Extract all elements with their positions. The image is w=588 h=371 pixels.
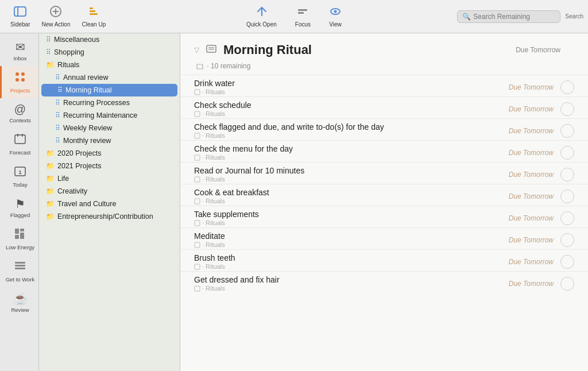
content-header: ▽ Morning Ritual Due Tomorrow [180, 33, 588, 62]
sidebar-item-creativity[interactable]: 📁 Creativity [39, 185, 180, 198]
task-project: · Rituals [202, 154, 225, 161]
sidebar-label-morning-ritual: Morning Ritual [65, 86, 172, 94]
task-row[interactable]: Brush teeth · Rituals Due Tomorrow [180, 249, 588, 271]
task-due-label: Due Tomorrow [509, 149, 554, 157]
sidebar-item-morning-ritual[interactable]: ⠿ Morning Ritual [41, 84, 177, 96]
sidebar-item-rituals[interactable]: 📁 Rituals [39, 59, 180, 71]
task-complete-circle[interactable] [560, 233, 574, 247]
task-sub: · Rituals [194, 198, 509, 204]
task-row[interactable]: Get dressed and fix hair · Rituals Due T… [180, 271, 588, 293]
nav-item-review[interactable]: ☕ Review [0, 287, 38, 318]
sidebar-item-annual-review[interactable]: ⠿ Annual review [39, 71, 180, 84]
task-row[interactable]: Take supplements · Rituals Due Tomorrow [180, 206, 588, 227]
folder-icon: 📁 [46, 187, 55, 195]
sidebar-item-travel-culture[interactable]: 📁 Travel and Culture [39, 198, 180, 210]
nav-item-contexts[interactable]: @ Contexts [0, 98, 38, 128]
today-icon: 1 [14, 165, 26, 180]
task-title: Meditate [194, 231, 509, 241]
sidebar-label-recurring-maintenance: Recurring Maintenance [63, 111, 174, 119]
sidebar-label-shopping: Shopping [54, 48, 174, 56]
clean-up-button[interactable]: Clean Up [76, 3, 112, 30]
sidebar-item-shopping[interactable]: ⠿ Shopping [39, 46, 180, 59]
task-complete-circle[interactable] [560, 190, 574, 203]
nav-item-inbox[interactable]: ✉ Inbox [0, 36, 38, 66]
svg-rect-23 [15, 235, 19, 239]
sidebar-item-recurring-maintenance[interactable]: ⠿ Recurring Maintenance [39, 109, 180, 122]
task-complete-circle[interactable] [560, 80, 574, 94]
toolbar: Sidebar New Action Clean Up Quick Open [0, 0, 588, 33]
sidebar-item-monthly-review[interactable]: ⠿ Monthly review [39, 134, 180, 147]
task-sub: · Rituals [194, 154, 509, 161]
task-row[interactable]: Read or Journal for 10 minutes · Rituals… [180, 162, 588, 184]
svg-rect-39 [195, 242, 200, 248]
folder-icon: 📁 [46, 149, 55, 157]
svg-rect-32 [195, 90, 200, 95]
low-energy-label: Low Energy [6, 244, 34, 250]
sidebar-item-2021-projects[interactable]: 📁 2021 Projects [39, 160, 180, 172]
inbox-icon: ✉ [16, 40, 25, 54]
task-row[interactable]: Drink water · Rituals Due Tomorrow [180, 75, 588, 96]
nav-item-flagged[interactable]: ⚑ Flagged [0, 192, 38, 223]
parallel-icon: ⠿ [55, 124, 60, 132]
sidebar-label-recurring-processes: Recurring Processes [63, 99, 174, 107]
new-action-button[interactable]: New Action [36, 3, 76, 30]
sidebar-item-miscellaneous[interactable]: ⠿ Miscellaneous [39, 33, 180, 46]
task-note-icon [194, 133, 200, 139]
sidebar-button[interactable]: Sidebar [5, 3, 36, 30]
icon-sidebar: ✉ Inbox Projects @ Contexts Forecast 1 T… [0, 33, 39, 371]
nav-item-forecast[interactable]: Forecast [0, 128, 38, 160]
sidebar-item-entrepreneurship[interactable]: 📁 Entrepreneurship/Contribution [39, 210, 180, 223]
task-row[interactable]: Check the menu for the day · Rituals Due… [180, 140, 588, 162]
task-project: · Rituals [202, 263, 225, 270]
task-complete-circle[interactable] [560, 146, 574, 160]
task-info: Read or Journal for 10 minutes · Rituals [194, 166, 509, 183]
svg-rect-24 [20, 233, 24, 239]
task-complete-circle[interactable] [560, 277, 574, 291]
sidebar-item-life[interactable]: 📁 Life [39, 172, 180, 185]
task-complete-circle[interactable] [560, 124, 574, 138]
main-layout: ✉ Inbox Projects @ Contexts Forecast 1 T… [0, 33, 588, 371]
quick-open-label: Quick Open [246, 21, 277, 28]
svg-rect-31 [197, 64, 203, 69]
nav-item-low-energy[interactable]: Low Energy [0, 223, 38, 255]
nav-item-get-to-work[interactable]: Get to Work [0, 255, 38, 287]
task-row[interactable]: Meditate · Rituals Due Tomorrow [180, 227, 588, 249]
collapse-chevron-icon[interactable]: ▽ [194, 46, 199, 54]
sidebar-item-weekly-review[interactable]: ⠿ Weekly Review [39, 122, 180, 134]
task-note-icon [194, 154, 200, 161]
task-note-icon [194, 220, 200, 226]
svg-rect-27 [15, 268, 25, 269]
svg-rect-41 [195, 286, 200, 291]
search-icon: 🔍 [462, 13, 471, 21]
svg-rect-28 [207, 45, 216, 52]
view-button[interactable]: View [321, 3, 350, 30]
sidebar-item-recurring-processes[interactable]: ⠿ Recurring Processes [39, 96, 180, 109]
sidebar-label-miscellaneous: Miscellaneous [54, 36, 174, 44]
task-row[interactable]: Cook & eat breakfast · Rituals Due Tomor… [180, 184, 588, 206]
svg-rect-9 [298, 12, 304, 14]
task-complete-circle[interactable] [560, 255, 574, 269]
nav-item-today[interactable]: 1 Today [0, 160, 38, 192]
sidebar-label-weekly-review: Weekly Review [63, 124, 174, 132]
focus-button[interactable]: Focus [287, 3, 319, 30]
search-input[interactable] [473, 13, 555, 21]
task-sub: · Rituals [194, 176, 509, 183]
task-row[interactable]: Check schedule · Rituals Due Tomorrow [180, 96, 588, 118]
task-row[interactable]: Check flagged and due, and write to-do(s… [180, 118, 588, 140]
svg-point-11 [334, 10, 337, 13]
task-note-icon [194, 242, 200, 248]
svg-rect-0 [14, 7, 26, 16]
nav-item-projects[interactable]: Projects [0, 66, 38, 98]
search-box[interactable]: 🔍 [457, 10, 560, 23]
quick-open-button[interactable]: Quick Open [238, 3, 285, 30]
task-sub: · Rituals [194, 88, 509, 95]
task-complete-circle[interactable] [560, 102, 574, 116]
task-complete-circle[interactable] [560, 168, 574, 181]
task-note-icon [194, 176, 200, 183]
svg-text:1: 1 [18, 169, 21, 175]
sidebar-label-2021-projects: 2021 Projects [57, 162, 174, 170]
projects-icon [14, 71, 26, 86]
folder-icon: 📁 [46, 212, 55, 221]
task-complete-circle[interactable] [560, 211, 574, 225]
sidebar-item-2020-projects[interactable]: 📁 2020 Projects [39, 147, 180, 160]
